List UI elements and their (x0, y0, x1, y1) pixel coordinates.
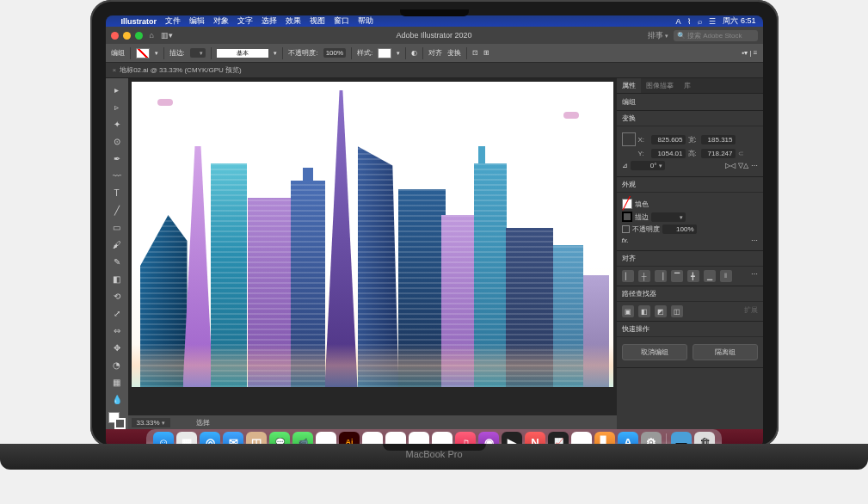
opacity-panel-field[interactable]: 100% (662, 224, 697, 234)
align-label[interactable]: 对齐 (428, 48, 442, 58)
eyedropper-tool[interactable]: 💧 (108, 391, 126, 407)
minus-front-icon[interactable]: ◧ (638, 305, 650, 317)
zoom-field[interactable]: 33.33% (132, 418, 170, 427)
isolate-group-button[interactable]: 隔离组 (693, 344, 758, 360)
gradient-tool[interactable]: ▦ (108, 374, 126, 390)
scale-tool[interactable]: ⤢ (108, 305, 126, 321)
window-minimize-button[interactable] (123, 32, 131, 40)
menu-edit[interactable]: 编辑 (189, 15, 205, 27)
chevron-down-icon[interactable]: ▾ (397, 50, 400, 57)
menu-file[interactable]: 文件 (165, 15, 181, 27)
canvas[interactable] (128, 78, 617, 415)
distribute-icon[interactable]: ⫴ (720, 270, 732, 282)
brush-tool[interactable]: 🖌 (108, 237, 126, 252)
menu-window[interactable]: 窗口 (334, 15, 349, 27)
fill-stroke-swatches[interactable] (108, 412, 126, 429)
flip-v-icon[interactable]: ▽△ (738, 162, 748, 169)
window-maximize-button[interactable] (135, 32, 143, 40)
pen-tool[interactable]: ✒ (108, 151, 126, 166)
height-field[interactable]: 718.247 (701, 149, 736, 158)
ungroup-button[interactable]: 取消编组 (622, 344, 687, 360)
align-vcenter-icon[interactable]: ╋ (687, 270, 699, 282)
menu-help[interactable]: 帮助 (358, 15, 373, 27)
menu-effect[interactable]: 效果 (286, 15, 301, 27)
shape-builder-tool[interactable]: ◔ (108, 357, 126, 372)
menu-select[interactable]: 选择 (262, 15, 277, 27)
recolor-icon[interactable]: ◐ (411, 49, 417, 57)
rectangle-tool[interactable]: ▭ (108, 219, 126, 235)
control-center-icon[interactable]: ☰ (709, 17, 716, 26)
opacity-field[interactable]: 100% (323, 48, 346, 58)
angle-field[interactable]: 0° (631, 161, 665, 170)
flip-h-icon[interactable]: ▷◁ (725, 162, 736, 169)
y-field[interactable]: 1054.01 (651, 149, 686, 158)
document-tab[interactable]: × 地标02.ai @ 33.33% (CMYK/GPU 预览) (106, 65, 249, 75)
options-bar: 编组 ▾ 描边: 基本 ▾ 不透明度: 100% 样式: (106, 44, 763, 63)
fill-swatch[interactable] (136, 48, 150, 58)
align-bottom-icon[interactable]: ▁ (704, 270, 716, 282)
direct-selection-tool[interactable]: ▹ (108, 99, 126, 114)
rotate-tool[interactable]: ⟲ (108, 288, 126, 304)
curvature-tool[interactable]: 〰 (108, 168, 126, 183)
clock[interactable]: 周六 6:51 (723, 15, 755, 27)
more-options-icon[interactable]: ⋯ (751, 237, 758, 244)
link-proportions-icon[interactable]: ⊂ (738, 150, 744, 157)
align-right-icon[interactable]: ▕ (655, 270, 667, 282)
adobe-stock-search[interactable]: 🔍 搜索 Adobe Stock (674, 30, 758, 41)
panel-menu-icon[interactable]: ▪▾ | ≡ (742, 49, 757, 57)
tab-libraries[interactable]: 库 (679, 78, 696, 93)
home-icon[interactable]: ⌂ (150, 31, 154, 40)
brush-definition[interactable]: 基本 (217, 49, 268, 58)
layout-icon[interactable]: ▥▾ (161, 31, 173, 40)
quick-actions-section: 快速操作 (617, 322, 763, 337)
width-tool[interactable]: ⇔ (108, 323, 126, 338)
shaper-tool[interactable]: ✎ (108, 254, 126, 269)
type-tool[interactable]: T (108, 185, 126, 200)
search-icon[interactable]: ⌕ (698, 17, 702, 26)
intersect-icon[interactable]: ◩ (655, 305, 667, 317)
magic-wand-tool[interactable]: ✦ (108, 116, 126, 132)
more-options-icon[interactable]: ⋯ (751, 162, 758, 169)
eraser-tool[interactable]: ◧ (108, 271, 126, 286)
fx-label[interactable]: fx. (622, 237, 629, 244)
transform-label[interactable]: 变换 (447, 48, 461, 58)
exclude-icon[interactable]: ◫ (671, 305, 683, 317)
align-hcenter-icon[interactable]: ┼ (638, 270, 650, 282)
stroke-weight-panel-field[interactable] (651, 212, 686, 222)
isolate-icon[interactable]: ⊞ (483, 49, 489, 57)
tab-close-icon[interactable]: × (113, 66, 117, 74)
isolate-icon[interactable]: ⊡ (472, 49, 478, 57)
opacity-checkbox[interactable] (622, 225, 630, 233)
align-top-icon[interactable]: ▔ (671, 270, 683, 282)
tab-tracing[interactable]: 图像描摹 (641, 78, 679, 93)
menu-view[interactable]: 视图 (310, 15, 325, 27)
align-left-icon[interactable]: ▏ (622, 270, 634, 282)
menu-type[interactable]: 文字 (237, 15, 253, 27)
x-field[interactable]: 825.605 (651, 135, 686, 144)
more-options-icon[interactable]: ⋯ (751, 270, 758, 282)
fill-color-swatch[interactable]: ╱ (622, 199, 632, 209)
style-swatch[interactable] (378, 48, 391, 58)
lasso-tool[interactable]: ⊙ (108, 133, 126, 149)
right-panels: 属性 图像描摹 库 编组 变换 X: 825.605 (617, 78, 763, 429)
app-name[interactable]: Illustrator (121, 17, 157, 26)
tab-properties[interactable]: 属性 (617, 78, 641, 93)
share-dropdown[interactable]: 排事 (648, 30, 668, 41)
selection-tool[interactable]: ▸ (108, 82, 126, 97)
width-field[interactable]: 185.315 (701, 135, 736, 144)
input-icon[interactable]: A (675, 17, 680, 26)
unite-icon[interactable]: ▣ (622, 305, 634, 317)
line-tool[interactable]: ╱ (108, 202, 126, 218)
chevron-down-icon[interactable]: ▾ (274, 50, 277, 57)
artboard[interactable] (132, 82, 613, 387)
reference-point-icon[interactable] (622, 132, 636, 146)
stroke-color-swatch[interactable] (622, 212, 632, 222)
menu-object[interactable]: 对象 (213, 15, 229, 27)
chevron-down-icon[interactable]: ▾ (155, 50, 158, 57)
window-close-button[interactable] (111, 32, 119, 40)
stroke-label: 描边: (169, 48, 185, 58)
stroke-weight-field[interactable] (190, 48, 206, 58)
wifi-icon[interactable]: ⌇ (687, 17, 691, 26)
free-transform-tool[interactable]: ✥ (108, 340, 126, 355)
expand-label[interactable]: 扩展 (744, 305, 758, 317)
